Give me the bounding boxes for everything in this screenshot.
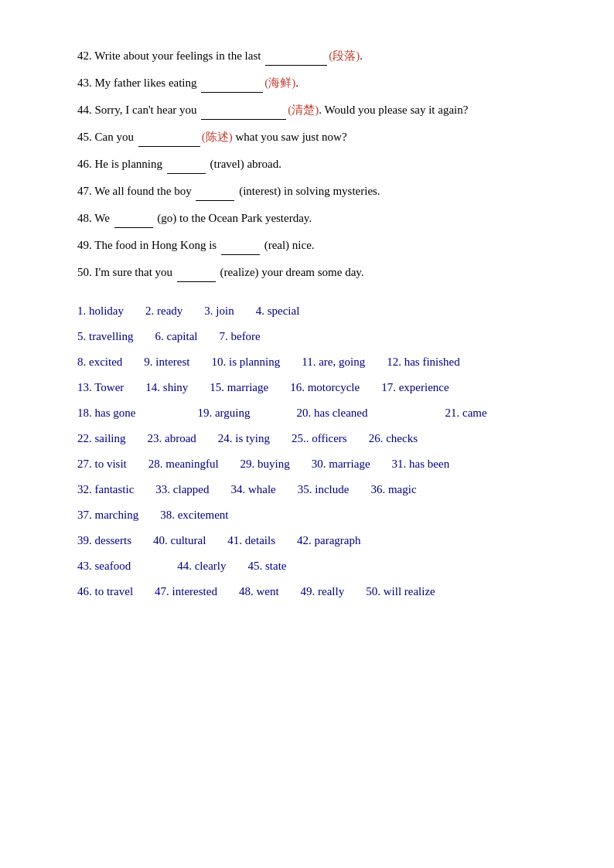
answer-row-2: 5. travelling 6. capital 7. before bbox=[77, 326, 552, 347]
questions-section: 42. Write about your feelings in the las… bbox=[77, 46, 552, 282]
answer-row-11: 43. seafood 44. clearly 45. state bbox=[77, 556, 552, 577]
question-43: 43. My father likes eating (海鲜). bbox=[77, 73, 552, 93]
q49-text: 49. The food in Hong Kong is bbox=[77, 239, 220, 251]
answer-14: 14. shiny bbox=[145, 377, 188, 398]
answer-row-3: 8. excited 9. interest 10. is planning 1… bbox=[77, 352, 552, 373]
question-50: 50. I'm sure that you (realize) your dre… bbox=[77, 263, 552, 282]
answer-row-4: 13. Tower 14. shiny 15. marriage 16. mot… bbox=[77, 377, 552, 398]
q45-text: 45. Can you bbox=[77, 131, 137, 143]
q50-blank bbox=[177, 263, 216, 282]
q42-chinese: (段落) bbox=[329, 49, 360, 62]
q42-end: . bbox=[360, 49, 363, 62]
answer-24: 24. is tying bbox=[218, 428, 270, 449]
q42-blank bbox=[265, 46, 327, 66]
q43-text: 43. My father likes eating bbox=[77, 77, 200, 89]
question-44: 44. Sorry, I can't hear you (清楚). Would … bbox=[77, 100, 552, 120]
q43-blank bbox=[201, 73, 263, 93]
answer-row-12: 46. to travel 47. interested 48. went 49… bbox=[77, 581, 552, 602]
answers-section: 1. holiday 2. ready 3. join 4. special 5… bbox=[77, 301, 552, 602]
answer-18: 18. has gone bbox=[77, 403, 135, 424]
answer-4: 4. special bbox=[256, 301, 300, 322]
answer-2: 2. ready bbox=[145, 301, 182, 322]
q46-hint: (travel) abroad. bbox=[207, 158, 281, 170]
answer-35: 35. include bbox=[298, 479, 350, 500]
q42-number: 42. Write about your feelings in the las… bbox=[77, 49, 264, 62]
q43-end: . bbox=[295, 77, 298, 89]
answer-row-1: 1. holiday 2. ready 3. join 4. special bbox=[77, 301, 552, 322]
question-46: 46. He is planning (travel) abroad. bbox=[77, 155, 552, 174]
answer-row-7: 27. to visit 28. meaningful 29. buying 3… bbox=[77, 454, 552, 475]
q45-chinese: (陈述) bbox=[202, 131, 233, 143]
answer-47: 47. interested bbox=[155, 581, 217, 602]
answer-34: 34. whale bbox=[230, 479, 275, 500]
answer-26: 26. checks bbox=[369, 428, 418, 449]
answer-45: 45. state bbox=[247, 556, 286, 577]
answer-44: 44. clearly bbox=[177, 556, 226, 577]
answer-49: 49. really bbox=[301, 581, 345, 602]
q47-hint: (interest) in solving mysteries. bbox=[236, 185, 380, 197]
answer-6: 6. capital bbox=[155, 326, 197, 347]
answer-10: 10. is planning bbox=[211, 352, 280, 373]
q50-text: 50. I'm sure that you bbox=[77, 266, 176, 278]
q46-blank bbox=[167, 155, 206, 174]
q48-hint: (go) to the Ocean Park yesterday. bbox=[155, 212, 312, 224]
answer-23: 23. abroad bbox=[148, 428, 196, 449]
q49-hint: (real) nice. bbox=[261, 239, 315, 251]
answer-9: 9. interest bbox=[144, 352, 189, 373]
answer-20: 20. has cleaned bbox=[296, 403, 367, 424]
q44-chinese: (清楚) bbox=[288, 104, 319, 116]
answer-17: 17. experience bbox=[381, 377, 449, 398]
q46-text: 46. He is planning bbox=[77, 158, 165, 170]
q49-blank bbox=[221, 236, 260, 255]
question-48: 48. We (go) to the Ocean Park yesterday. bbox=[77, 209, 552, 228]
answer-41: 41. details bbox=[227, 530, 275, 551]
q47-text: 47. We all found the boy bbox=[77, 185, 194, 197]
q44-end: . Would you please say it again? bbox=[319, 104, 468, 116]
answer-5: 5. travelling bbox=[77, 326, 133, 347]
question-42: 42. Write about your feelings in the las… bbox=[77, 46, 552, 66]
answer-row-9: 37. marching 38. excitement bbox=[77, 505, 552, 526]
answer-29: 29. buying bbox=[240, 454, 290, 475]
answer-28: 28. meaningful bbox=[148, 454, 219, 475]
question-49: 49. The food in Hong Kong is (real) nice… bbox=[77, 236, 552, 255]
answer-22: 22. sailing bbox=[77, 428, 126, 449]
answer-40: 40. cultural bbox=[153, 530, 206, 551]
answer-32: 32. fantastic bbox=[77, 479, 134, 500]
answer-50: 50. will realize bbox=[366, 581, 435, 602]
answer-43: 43. seafood bbox=[77, 556, 131, 577]
answer-1: 1. holiday bbox=[77, 301, 124, 322]
question-47: 47. We all found the boy (interest) in s… bbox=[77, 182, 552, 201]
answer-48: 48. went bbox=[239, 581, 279, 602]
answer-30: 30. marriage bbox=[312, 454, 370, 475]
answer-row-6: 22. sailing 23. abroad 24. is tying 25..… bbox=[77, 428, 552, 449]
q50-hint: (realize) your dream some day. bbox=[217, 266, 364, 278]
answer-16: 16. motorcycle bbox=[290, 377, 360, 398]
answer-38: 38. excitement bbox=[160, 505, 228, 526]
answer-36: 36. magic bbox=[370, 479, 416, 500]
answer-row-8: 32. fantastic 33. clapped 34. whale 35. … bbox=[77, 479, 552, 500]
answer-12: 12. has finished bbox=[387, 352, 460, 373]
q47-blank bbox=[196, 182, 234, 201]
answer-19: 19. arguing bbox=[197, 403, 250, 424]
answer-15: 15. marriage bbox=[210, 377, 268, 398]
answer-37: 37. marching bbox=[77, 505, 138, 526]
q45-end: what you saw just now? bbox=[233, 131, 347, 143]
answer-33: 33. clapped bbox=[155, 479, 209, 500]
q48-blank bbox=[114, 209, 153, 228]
answer-31: 31. has been bbox=[392, 454, 450, 475]
answer-42: 42. paragraph bbox=[297, 530, 360, 551]
answer-21: 21. came bbox=[445, 403, 487, 424]
q44-blank bbox=[201, 100, 286, 120]
answer-39: 39. desserts bbox=[77, 530, 131, 551]
answer-13: 13. Tower bbox=[77, 377, 124, 398]
q45-blank bbox=[138, 128, 200, 147]
answer-11: 11. are, going bbox=[302, 352, 365, 373]
q48-text: 48. We bbox=[77, 212, 113, 224]
answer-row-5: 18. has gone 19. arguing 20. has cleaned… bbox=[77, 403, 552, 424]
answer-46: 46. to travel bbox=[77, 581, 133, 602]
answer-27: 27. to visit bbox=[77, 454, 127, 475]
answer-8: 8. excited bbox=[77, 352, 122, 373]
q43-chinese: (海鲜) bbox=[264, 77, 295, 89]
answer-row-10: 39. desserts 40. cultural 41. details 42… bbox=[77, 530, 552, 551]
answer-3: 3. join bbox=[204, 301, 234, 322]
